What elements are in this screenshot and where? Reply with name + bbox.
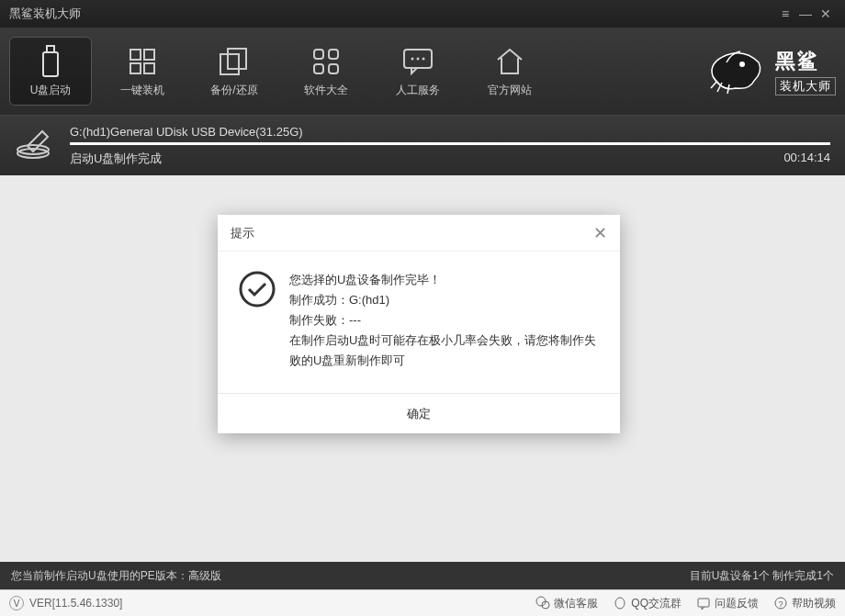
- svg-text:?: ?: [778, 599, 783, 609]
- footer-help[interactable]: ? 帮助视频: [773, 596, 836, 611]
- backup-icon: [219, 44, 250, 79]
- svg-rect-5: [144, 63, 154, 73]
- dialog: 提示 ✕ 您选择的U盘设备制作完毕！ 制作成功：G:(hd1) 制作失败：---…: [218, 215, 620, 433]
- svg-rect-9: [329, 50, 338, 59]
- apps-icon: [311, 44, 341, 79]
- svg-rect-10: [314, 64, 323, 73]
- status-left: 您当前制作启动U盘使用的PE版本：高级版: [11, 568, 690, 584]
- svg-rect-6: [220, 54, 239, 74]
- close-button[interactable]: ✕: [816, 6, 836, 21]
- usb-icon: [38, 44, 63, 79]
- status-right: 目前U盘设备1个 制作完成1个: [690, 568, 834, 584]
- tool-label: U盘启动: [30, 83, 72, 98]
- wechat-icon: [535, 596, 550, 610]
- svg-rect-1: [43, 52, 58, 76]
- feedback-icon: [696, 596, 711, 610]
- svg-point-16: [739, 62, 745, 67]
- tool-label: 官方网站: [488, 83, 532, 98]
- footer-feedback[interactable]: 问题反馈: [696, 596, 759, 611]
- menu-icon[interactable]: ≡: [775, 6, 795, 21]
- logo: 黑鲨 装机大师: [704, 44, 836, 99]
- dialog-close-button[interactable]: ✕: [593, 223, 607, 243]
- svg-rect-4: [130, 63, 141, 73]
- tool-website[interactable]: 官方网站: [468, 37, 551, 106]
- footer: V VER[11.5.46.1330] 微信客服 QQ交流群 问题反馈 ? 帮助…: [0, 589, 845, 616]
- dialog-ok-button[interactable]: 确定: [218, 393, 620, 433]
- device-write-icon: [15, 128, 55, 163]
- progress-bar: [70, 142, 830, 145]
- version-icon: V: [9, 596, 24, 610]
- svg-point-13: [411, 58, 414, 61]
- device-bar: G:(hd1)General UDisk USB Device(31.25G) …: [0, 115, 845, 175]
- svg-rect-2: [130, 50, 141, 60]
- footer-wechat[interactable]: 微信客服: [535, 596, 598, 611]
- tool-one-click-install[interactable]: 一键装机: [101, 37, 184, 106]
- tool-support[interactable]: 人工服务: [377, 37, 459, 106]
- app-title: 黑鲨装机大师: [9, 6, 81, 22]
- check-circle-icon: [238, 270, 276, 371]
- tool-label: 人工服务: [396, 83, 440, 98]
- qq-icon: [613, 596, 627, 610]
- svg-rect-22: [698, 599, 709, 607]
- status-bar: 您当前制作启动U盘使用的PE版本：高级版 目前U盘设备1个 制作完成1个: [0, 562, 845, 589]
- tool-label: 备份/还原: [210, 83, 257, 98]
- help-icon: ?: [773, 596, 788, 610]
- svg-rect-11: [329, 64, 338, 73]
- tool-usb-boot[interactable]: U盘启动: [9, 37, 92, 106]
- device-time: 00:14:14: [783, 151, 830, 167]
- svg-point-15: [422, 58, 425, 61]
- tool-label: 软件大全: [304, 83, 348, 98]
- shark-logo-icon: [704, 44, 768, 99]
- dialog-title: 提示: [231, 225, 593, 241]
- tool-label: 一键装机: [120, 83, 164, 98]
- device-status: 启动U盘制作完成: [70, 151, 783, 167]
- logo-text-1: 黑鲨: [775, 48, 836, 75]
- windows-icon: [128, 44, 157, 79]
- logo-text-2: 装机大师: [775, 77, 836, 95]
- tool-backup-restore[interactable]: 备份/还原: [193, 37, 276, 106]
- dialog-header: 提示 ✕: [218, 215, 620, 252]
- svg-rect-0: [47, 46, 54, 52]
- tool-software[interactable]: 软件大全: [285, 37, 367, 106]
- dialog-message: 您选择的U盘设备制作完毕！ 制作成功：G:(hd1) 制作失败：--- 在制作启…: [289, 270, 600, 371]
- svg-rect-8: [314, 50, 323, 59]
- svg-point-14: [417, 58, 420, 61]
- device-name: G:(hd1)General UDisk USB Device(31.25G): [70, 125, 830, 139]
- svg-point-21: [615, 598, 625, 609]
- chat-icon: [402, 44, 434, 79]
- titlebar: 黑鲨装机大师 ≡ — ✕: [0, 0, 845, 28]
- toolbar: U盘启动 一键装机 备份/还原 软件大全 人工服务 官方网站: [0, 28, 845, 115]
- svg-rect-7: [228, 49, 246, 69]
- minimize-button[interactable]: —: [795, 6, 816, 21]
- home-icon: [494, 44, 525, 79]
- footer-qq[interactable]: QQ交流群: [613, 596, 682, 611]
- svg-point-25: [241, 273, 274, 306]
- svg-rect-3: [144, 50, 154, 60]
- version-text: VER[11.5.46.1330]: [29, 597, 122, 610]
